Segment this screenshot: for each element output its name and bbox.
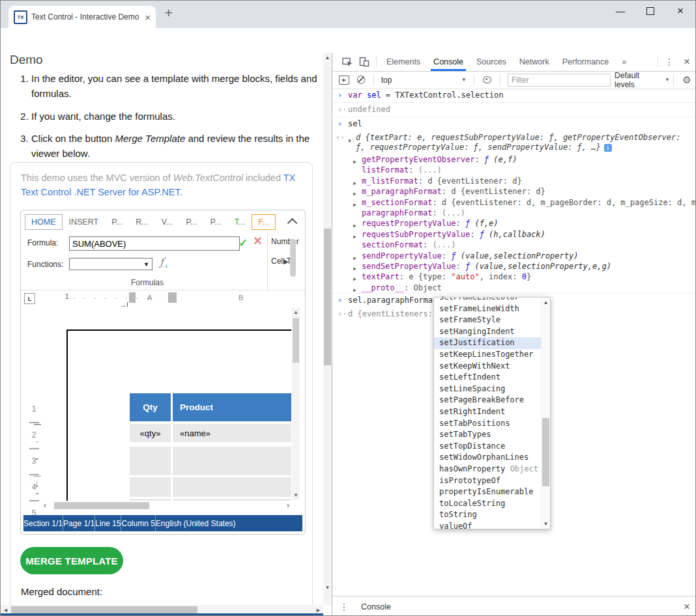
expander-icon[interactable]: ▶ <box>353 157 356 165</box>
autocomplete-dropdown[interactable]: setFrameLineColor setFrameLineWidth setF… <box>433 297 551 529</box>
merge-field-qty[interactable]: «qty» <box>130 424 171 442</box>
devtools-tab[interactable]: » <box>615 53 633 71</box>
autocomplete-item[interactable]: isPrototypeOf <box>434 475 550 487</box>
console-property-row[interactable]: ▶ textPart: e {type: "auto", index: 0} <box>332 272 696 282</box>
expander-icon[interactable]: ▶ <box>353 285 356 293</box>
ribbon-tab[interactable]: R... <box>129 214 154 230</box>
autocomplete-item[interactable]: setTabPositions <box>434 418 550 430</box>
scrollbar-thumb[interactable] <box>542 418 549 486</box>
devtools-close-icon[interactable]: × <box>677 55 696 68</box>
autocomplete-item[interactable]: setFrameLineColor <box>434 297 550 303</box>
autocomplete-item[interactable]: setRightIndent <box>434 406 550 418</box>
expander-icon[interactable]: ▶ <box>353 253 356 261</box>
drawer-menu-icon[interactable]: ⋮ <box>336 602 352 612</box>
horizontal-ruler[interactable]: . . . . . . . . <box>73 292 152 300</box>
console-property-row[interactable]: ▶ requestPropertyValue: ƒ (f,e) <box>332 218 696 229</box>
console-property-row[interactable]: listFormat: (...) <box>332 165 696 175</box>
scrollbar-thumb[interactable] <box>293 318 299 363</box>
console-command[interactable]: › var sel = TXTextControl.selection <box>332 89 696 102</box>
context-selector[interactable]: top▼ <box>377 76 471 85</box>
filter-input[interactable] <box>508 74 611 87</box>
autocomplete-item[interactable]: setLeftIndent <box>434 372 550 384</box>
maximize-button[interactable] <box>635 1 665 21</box>
browser-tab[interactable]: TX Text Control - Interactive Demo E × <box>8 6 156 28</box>
autocomplete-item[interactable]: setKeepWithNext <box>434 361 550 372</box>
scrollbar-thumb[interactable] <box>54 502 149 509</box>
status-item[interactable]: Section 1/1 <box>23 515 63 531</box>
table-cell-empty[interactable] <box>130 447 171 475</box>
merge-template-button[interactable]: MERGE TEMPLATE <box>20 547 123 574</box>
table-header-product[interactable]: Product <box>173 393 291 421</box>
console-property-row[interactable]: ▶ m_listFormat: d {eventListener: d} <box>332 176 696 186</box>
tab-close-icon[interactable]: × <box>145 12 151 22</box>
devtools-tab[interactable]: Elements <box>380 53 427 71</box>
ribbon-tab[interactable]: P... <box>105 214 129 230</box>
ribbon-tab[interactable]: P... <box>204 214 228 230</box>
autocomplete-item[interactable]: hasOwnPropertyObject <box>434 464 550 475</box>
scroll-down-icon[interactable]: ▼ <box>542 521 550 527</box>
console-property-row[interactable]: ▶ requestSubPropertyValue: ƒ (h,callback… <box>332 229 696 240</box>
autocomplete-item[interactable]: setLineSpacing <box>434 384 550 395</box>
console-property-row[interactable]: ▶ sendPropertyValue: ƒ (value,selectionP… <box>332 251 696 261</box>
scroll-left-icon[interactable]: ‹ <box>44 501 46 511</box>
console-sidebar-icon[interactable]: ▶ <box>339 76 349 85</box>
console-property-row[interactable]: paragraphFormat: (...) <box>332 208 696 218</box>
status-item[interactable]: Column 5 <box>121 515 154 531</box>
status-item[interactable]: English (United States) <box>155 515 236 531</box>
page-vertical-scrollbar[interactable]: ▲ ▼ <box>323 53 332 605</box>
devtools-menu-icon[interactable]: ⋮ <box>661 57 677 67</box>
scroll-down-icon[interactable]: ▼ <box>323 585 332 591</box>
autocomplete-item[interactable]: setWidowOrphanLines <box>434 452 550 464</box>
live-expression-icon[interactable] <box>483 76 492 83</box>
close-button[interactable]: × <box>665 1 695 21</box>
autocomplete-item[interactable]: setTabTypes <box>434 429 550 441</box>
ribbon-tab[interactable]: V... <box>155 214 180 230</box>
autocomplete-item[interactable]: toLocaleString <box>434 498 550 510</box>
autocomplete-item[interactable]: toString <box>434 509 550 521</box>
editor-vertical-scrollbar[interactable]: ▲ ▼ <box>292 308 300 499</box>
collapse-ribbon-icon[interactable] <box>287 218 298 229</box>
devtools-tab[interactable]: Sources <box>470 53 513 71</box>
table-cell-empty[interactable] <box>173 477 291 497</box>
ribbon-tab[interactable]: T... <box>228 214 252 230</box>
devtools-tab[interactable]: Network <box>513 53 556 71</box>
scroll-down-icon[interactable]: ▼ <box>293 492 299 498</box>
apply-formula-icon[interactable]: ✓ <box>239 236 248 250</box>
expander-icon[interactable]: ▶ <box>353 178 356 186</box>
ribbon-tab[interactable]: F... <box>252 214 276 230</box>
status-item[interactable]: Page 1/1 <box>63 515 94 531</box>
editor-horizontal-scrollbar[interactable]: ‹ › <box>44 501 289 511</box>
scroll-right-icon[interactable]: ► <box>315 607 321 613</box>
console-property-row[interactable]: ▶ sendSetPropertyValue: ƒ (value,selecti… <box>332 261 696 272</box>
clear-console-icon[interactable] <box>357 76 365 84</box>
info-badge-icon[interactable]: i <box>604 144 612 152</box>
new-tab-button[interactable]: + <box>165 6 173 21</box>
scroll-up-icon[interactable]: ▲ <box>542 300 550 305</box>
autocomplete-item[interactable]: setTopDistance <box>434 441 550 453</box>
ribbon-scrollbar[interactable] <box>290 239 296 277</box>
devtools-tab[interactable]: Performance <box>556 53 616 71</box>
autocomplete-item[interactable]: setFrameStyle <box>434 315 550 326</box>
expander-open-icon[interactable]: ▼ <box>348 136 351 146</box>
minimize-button[interactable]: — <box>605 1 635 21</box>
devtools-tab[interactable]: Console <box>427 53 470 71</box>
drawer-close-icon[interactable]: × <box>677 600 696 613</box>
autocomplete-item[interactable]: setKeepLinesTogether <box>434 349 550 361</box>
table-header-qty[interactable]: Qty <box>130 393 171 421</box>
scroll-right-icon[interactable]: › <box>287 501 289 511</box>
console-property-row[interactable]: ▶ m_paragraphFormat: d {eventListener: d… <box>332 186 696 197</box>
table-cell-empty[interactable] <box>173 447 291 475</box>
console-property-row[interactable]: ▶ __proto__: Object <box>332 283 696 293</box>
ribbon-tab[interactable]: INSERT <box>63 214 106 230</box>
autocomplete-item[interactable]: propertyIsEnumerable <box>434 486 550 498</box>
tab-selector-box[interactable]: L <box>24 293 35 304</box>
inspect-element-icon[interactable] <box>339 57 356 67</box>
console-property-row[interactable]: sectionFormat: (...) <box>332 240 696 250</box>
autocomplete-item[interactable]: setJustification <box>434 337 550 349</box>
expander-icon[interactable]: ▶ <box>353 221 356 229</box>
scroll-up-icon[interactable]: ▲ <box>323 55 332 61</box>
autocomplete-item[interactable]: setFrameLineWidth <box>434 303 550 315</box>
insert-function-icon[interactable]: ƒ+ <box>160 256 169 270</box>
console-object-preview[interactable]: ‹· ▼ d {textPart: e, requestSubPropertyV… <box>332 131 696 154</box>
drawer-console-tab[interactable]: Console <box>352 596 400 616</box>
